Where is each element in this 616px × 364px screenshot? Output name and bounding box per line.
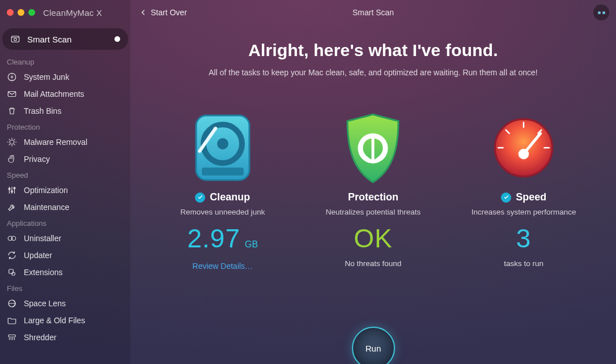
check-icon — [501, 192, 511, 203]
svg-point-2 — [11, 76, 13, 78]
bug-icon — [7, 137, 17, 147]
svg-point-28 — [519, 149, 529, 160]
sidebar-item-label: Trash Bins — [24, 106, 61, 115]
sidebar-item-space-lens[interactable]: Space Lens — [0, 295, 130, 312]
sidebar-item-label: Optimization — [24, 186, 68, 195]
sidebar-section-title: Protection — [0, 119, 130, 134]
lens-icon — [7, 298, 17, 309]
sidebar-item-label: Uninstaller — [24, 234, 61, 243]
sidebar-item-shredder[interactable]: Shredder — [0, 329, 130, 346]
updater-icon — [7, 250, 17, 260]
sliders-icon — [7, 185, 17, 195]
run-button[interactable]: Run — [352, 327, 395, 364]
card-title: Protection — [348, 191, 398, 203]
traffic-lights — [7, 9, 35, 16]
sidebar-section-title: Speed — [0, 168, 130, 182]
svg-rect-10 — [9, 269, 14, 274]
sidebar-item-mail-attachments[interactable]: Mail Attachments — [0, 85, 130, 102]
active-indicator-dot — [114, 36, 120, 42]
mail-icon — [7, 89, 17, 99]
wrench-icon — [7, 202, 17, 212]
hero-title: Alright, here's what I've found. — [153, 41, 593, 60]
card-subtitle: Removes unneeded junk — [180, 208, 265, 216]
sidebar-section-title: Files — [0, 281, 130, 295]
card-value: OK — [354, 223, 392, 254]
sidebar-item-label: Space Lens — [24, 299, 66, 308]
sidebar-item-large-old-files[interactable]: Large & Old Files — [0, 312, 130, 329]
card-status: OK — [354, 223, 392, 254]
back-label: Start Over — [151, 8, 187, 17]
card-value-number: 3 — [516, 223, 532, 254]
sidebar-item-trash-bins[interactable]: Trash Bins — [0, 102, 130, 119]
app-title: CleanMyMac X — [43, 8, 102, 18]
close-window-dot[interactable] — [7, 9, 14, 16]
card-title: Speed — [516, 191, 546, 203]
zoom-window-dot[interactable] — [28, 9, 35, 16]
sidebar-item-privacy[interactable]: Privacy — [0, 151, 130, 168]
card-protection: Protection Neutralizes potential threats… — [302, 111, 444, 271]
sidebar-item-label: Updater — [24, 251, 52, 260]
svg-rect-3 — [8, 92, 16, 97]
card-speed: Speed Increases system performance 3 tas… — [453, 111, 594, 271]
card-title: Cleanup — [210, 191, 250, 203]
hand-icon — [7, 154, 17, 164]
extensions-icon — [7, 267, 17, 277]
sidebar-item-label: Privacy — [24, 155, 50, 164]
hero: Alright, here's what I've found. All of … — [130, 41, 616, 77]
sidebar-section-title: Cleanup — [0, 54, 130, 68]
minimize-window-dot[interactable] — [18, 9, 24, 16]
sidebar-item-malware-removal[interactable]: Malware Removal — [0, 134, 130, 151]
sidebar-item-label: Malware Removal — [24, 138, 87, 147]
result-cards: Cleanup Removes unneeded junk 2.97 GB Re… — [130, 111, 616, 271]
uninstall-icon — [7, 233, 17, 243]
card-value-unit: GB — [245, 239, 258, 250]
folder-icon — [7, 315, 17, 326]
sidebar-item-label: Large & Old Files — [24, 316, 85, 325]
smart-scan-icon — [10, 34, 20, 44]
sidebar-section-title: Applications — [0, 216, 130, 230]
sidebar-item-label: Shredder — [24, 333, 57, 342]
card-value: 3 — [516, 223, 532, 254]
card-value: 2.97 GB — [188, 223, 258, 254]
svg-rect-13 — [9, 335, 15, 337]
card-subtitle: Neutralizes potential threats — [326, 208, 420, 216]
shredder-icon — [7, 332, 17, 342]
sidebar-item-label: Maintenance — [24, 203, 69, 212]
sidebar-item-extensions[interactable]: Extensions — [0, 264, 130, 281]
topbar: Start Over Smart Scan — [130, 0, 616, 25]
speed-gauge-icon — [492, 111, 555, 185]
card-subtitle: Increases system performance — [471, 208, 576, 216]
sidebar: CleanMyMac X Smart Scan Cleanup System J… — [0, 0, 130, 364]
protection-shield-icon — [342, 111, 404, 185]
sidebar-item-label: Extensions — [24, 268, 62, 277]
svg-point-0 — [14, 38, 17, 41]
svg-rect-19 — [202, 168, 244, 175]
card-footnote: tasks to run — [504, 259, 543, 268]
review-details-link[interactable]: Review Details… — [193, 262, 253, 271]
check-icon — [195, 192, 205, 203]
hero-subtitle: All of the tasks to keep your Mac clean,… — [153, 68, 593, 77]
svg-point-4 — [10, 140, 14, 144]
sidebar-item-system-junk[interactable]: System Junk — [0, 68, 130, 85]
sidebar-item-uninstaller[interactable]: Uninstaller — [0, 230, 130, 247]
account-button[interactable] — [593, 5, 609, 20]
trash-icon — [7, 106, 17, 116]
sidebar-item-maintenance[interactable]: Maintenance — [0, 199, 130, 216]
sidebar-item-updater[interactable]: Updater — [0, 247, 130, 264]
card-footnote: No threats found — [345, 259, 402, 268]
chevron-left-icon — [139, 8, 147, 16]
svg-point-17 — [217, 138, 228, 149]
card-value-number: 2.97 — [188, 223, 241, 254]
sidebar-item-label: Smart Scan — [27, 35, 71, 44]
sidebar-item-label: Mail Attachments — [24, 89, 84, 99]
disk-icon — [7, 72, 17, 82]
card-cleanup: Cleanup Removes unneeded junk 2.97 GB Re… — [152, 111, 294, 271]
start-over-button[interactable]: Start Over — [139, 8, 187, 17]
sidebar-item-smart-scan[interactable]: Smart Scan — [2, 28, 128, 50]
sidebar-item-optimization[interactable]: Optimization — [0, 182, 130, 199]
page-title: Smart Scan — [352, 8, 394, 17]
titlebar: CleanMyMac X — [0, 0, 130, 25]
sidebar-item-label: System Junk — [24, 72, 69, 82]
main-content: Start Over Smart Scan Alright, here's wh… — [130, 0, 616, 364]
cleanup-disk-icon — [192, 111, 254, 185]
